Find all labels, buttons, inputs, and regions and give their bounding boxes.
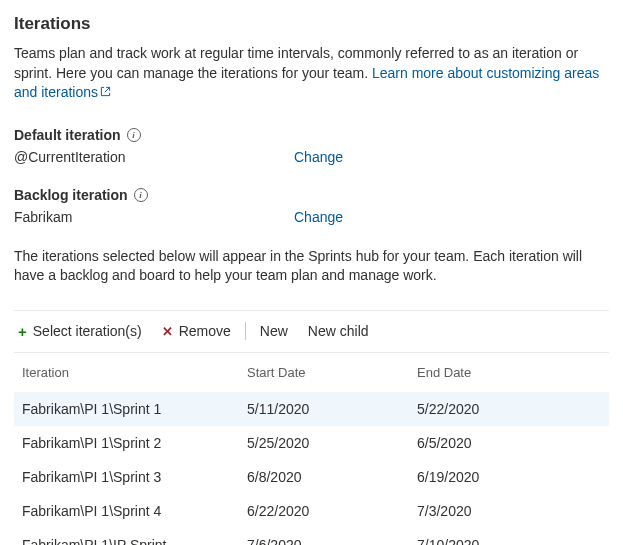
toolbar-separator xyxy=(245,322,246,340)
table-header-row: Iteration Start Date End Date xyxy=(14,353,609,392)
cell-iteration: Fabrikam\PI 1\Sprint 4 xyxy=(14,494,239,528)
cell-start-date: 5/11/2020 xyxy=(239,392,409,426)
change-backlog-iteration-link[interactable]: Change xyxy=(294,209,343,225)
select-iteration-button[interactable]: + Select iteration(s) xyxy=(14,319,152,344)
new-child-label: New child xyxy=(308,323,369,339)
cell-end-date: 7/3/2020 xyxy=(409,494,609,528)
cell-end-date: 6/19/2020 xyxy=(409,460,609,494)
select-iteration-label: Select iteration(s) xyxy=(33,323,142,339)
column-header-start-date[interactable]: Start Date xyxy=(239,353,409,392)
table-row[interactable]: Fabrikam\PI 1\IP Sprint7/6/20207/10/2020 xyxy=(14,528,609,545)
info-icon[interactable]: i xyxy=(134,188,148,202)
default-iteration-value: @CurrentIteration xyxy=(14,149,294,165)
cell-end-date: 6/5/2020 xyxy=(409,426,609,460)
iterations-table: Iteration Start Date End Date Fabrikam\P… xyxy=(14,353,609,545)
new-child-button[interactable]: New child xyxy=(298,319,379,343)
table-row[interactable]: Fabrikam\PI 1\Sprint 25/25/20206/5/2020 xyxy=(14,426,609,460)
change-default-iteration-link[interactable]: Change xyxy=(294,149,343,165)
remove-button[interactable]: ✕ Remove xyxy=(152,319,241,343)
cell-end-date: 5/22/2020 xyxy=(409,392,609,426)
cell-iteration: Fabrikam\PI 1\Sprint 3 xyxy=(14,460,239,494)
column-header-end-date[interactable]: End Date xyxy=(409,353,609,392)
backlog-iteration-row: Fabrikam Change xyxy=(14,209,609,225)
external-link-icon xyxy=(100,83,111,103)
remove-label: Remove xyxy=(179,323,231,339)
cell-iteration: Fabrikam\PI 1\Sprint 1 xyxy=(14,392,239,426)
default-iteration-label: Default iteration i xyxy=(14,127,609,143)
iterations-sub-description: The iterations selected below will appea… xyxy=(14,247,609,286)
default-iteration-label-text: Default iteration xyxy=(14,127,121,143)
page-description: Teams plan and track work at regular tim… xyxy=(14,44,609,103)
backlog-iteration-label-text: Backlog iteration xyxy=(14,187,128,203)
info-icon[interactable]: i xyxy=(127,128,141,142)
new-button[interactable]: New xyxy=(250,319,298,343)
table-row[interactable]: Fabrikam\PI 1\Sprint 36/8/20206/19/2020 xyxy=(14,460,609,494)
iterations-toolbar: + Select iteration(s) ✕ Remove New New c… xyxy=(14,310,609,353)
backlog-iteration-value: Fabrikam xyxy=(14,209,294,225)
x-icon: ✕ xyxy=(162,324,173,339)
cell-end-date: 7/10/2020 xyxy=(409,528,609,545)
plus-icon: + xyxy=(18,323,27,340)
cell-start-date: 5/25/2020 xyxy=(239,426,409,460)
default-iteration-row: @CurrentIteration Change xyxy=(14,149,609,165)
page-title: Iterations xyxy=(14,14,609,34)
cell-start-date: 7/6/2020 xyxy=(239,528,409,545)
table-row[interactable]: Fabrikam\PI 1\Sprint 15/11/20205/22/2020 xyxy=(14,392,609,426)
cell-iteration: Fabrikam\PI 1\Sprint 2 xyxy=(14,426,239,460)
new-label: New xyxy=(260,323,288,339)
column-header-iteration[interactable]: Iteration xyxy=(14,353,239,392)
backlog-iteration-label: Backlog iteration i xyxy=(14,187,609,203)
cell-iteration: Fabrikam\PI 1\IP Sprint xyxy=(14,528,239,545)
cell-start-date: 6/8/2020 xyxy=(239,460,409,494)
table-row[interactable]: Fabrikam\PI 1\Sprint 46/22/20207/3/2020 xyxy=(14,494,609,528)
cell-start-date: 6/22/2020 xyxy=(239,494,409,528)
